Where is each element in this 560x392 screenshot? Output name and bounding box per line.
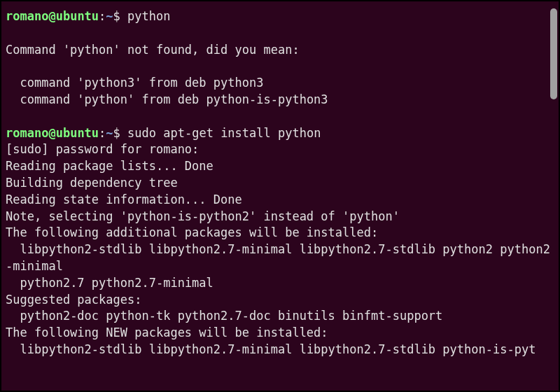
prompt-path: ~ <box>106 126 113 140</box>
prompt-user: romano <box>6 126 48 140</box>
output-line: command 'python' from deb python-is-pyth… <box>6 92 554 108</box>
prompt-line: romano@ubuntu:~$ sudo apt-get install py… <box>6 125 554 142</box>
blank-line <box>6 108 554 125</box>
prompt-path: ~ <box>106 9 113 23</box>
prompt-host: ubuntu <box>56 126 99 140</box>
output-line: Reading package lists... Done <box>6 158 554 175</box>
prompt-line: romano@ubuntu:~$ python <box>6 8 554 25</box>
output-line: python2.7 python2.7-minimal <box>6 275 554 292</box>
output-line: The following additional packages will b… <box>6 225 554 241</box>
prompt-colon: : <box>99 126 106 140</box>
output-line: The following NEW packages will be insta… <box>6 325 554 342</box>
prompt-colon: : <box>99 9 106 23</box>
output-line: Suggested packages: <box>6 292 554 309</box>
output-line: [sudo] password for romano: <box>6 141 554 158</box>
output-line: Note, selecting 'python-is-python2' inst… <box>6 209 554 225</box>
scrollbar[interactable] <box>550 8 557 99</box>
output-line: Reading state information... Done <box>6 192 554 209</box>
prompt-at: @ <box>48 126 55 140</box>
output-line: Command 'python' not found, did you mean… <box>6 42 554 59</box>
blank-line <box>6 25 554 42</box>
prompt-at: @ <box>48 9 55 23</box>
terminal[interactable]: romano@ubuntu:~$ pythonCommand 'python' … <box>6 8 554 384</box>
blank-line <box>6 58 554 75</box>
output-line: Building dependency tree <box>6 175 554 192</box>
output-line: python2-doc python-tk python2.7-doc binu… <box>6 308 554 325</box>
prompt-host: ubuntu <box>56 9 99 23</box>
output-line: command 'python3' from deb python3 <box>6 75 554 92</box>
prompt-user: romano <box>6 9 48 23</box>
command-text: sudo apt-get install python <box>127 126 321 140</box>
output-line: libpython2-stdlib libpython2.7-minimal l… <box>6 241 554 275</box>
command-text: python <box>127 9 170 23</box>
prompt-dollar: $ <box>113 126 127 140</box>
output-line: libpython2-stdlib libpython2.7-minimal l… <box>6 342 554 358</box>
prompt-dollar: $ <box>113 9 127 23</box>
